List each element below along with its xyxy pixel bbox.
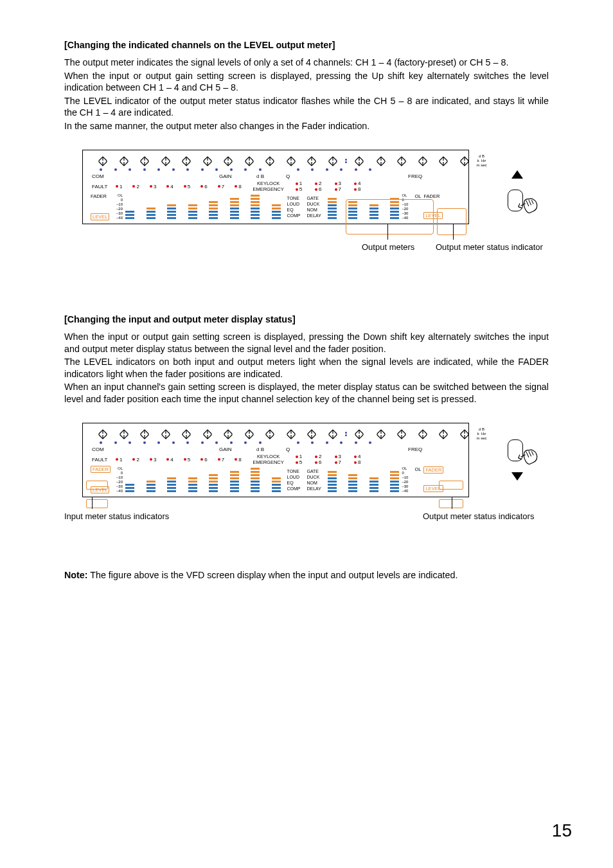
encoder-icon <box>98 156 107 166</box>
callout-output-indicators: Output meter status indicators <box>423 511 534 521</box>
page-number: 15 <box>552 820 572 841</box>
paragraph: When the input or output gain setting sc… <box>64 70 549 94</box>
encoder-icon <box>245 156 254 166</box>
svg-line-73 <box>529 200 531 205</box>
meter <box>251 193 260 219</box>
encoder-icon <box>224 429 233 439</box>
figure1-callouts: Output meters Output meter status indica… <box>82 224 549 260</box>
encoder-icon <box>287 429 296 439</box>
encoder-icon <box>265 156 274 166</box>
meter-band: FADERLEVELOL0–10–20–30–40TONEGATELOUDDUC… <box>87 193 465 220</box>
paragraph: In the same manner, the output meter als… <box>64 120 549 132</box>
encoder-icon <box>161 156 170 166</box>
encoder-icon <box>377 156 386 166</box>
meter <box>230 193 239 219</box>
triangle-up-icon <box>511 170 523 179</box>
callout-output-indicator: Output meter status indicator <box>436 242 543 252</box>
encoder-icon <box>182 429 191 439</box>
encoder-icon <box>377 429 386 439</box>
encoder-icon <box>98 429 107 439</box>
encoder-icon <box>439 156 448 166</box>
encoder-icon <box>120 156 129 166</box>
encoder-icon <box>460 156 469 166</box>
meter-band: FADERLEVELOL0–10–20–30–40TONEGATELOUDDUC… <box>87 466 465 493</box>
encoder-icon <box>328 429 337 439</box>
meter <box>230 466 239 492</box>
encoder-icon <box>182 156 191 166</box>
svg-line-147 <box>526 452 529 457</box>
figure-level-ch: d Bk Hzm secCOMGAINd BQFREQFAULT12345678… <box>82 150 549 224</box>
encoder-icon <box>439 429 448 439</box>
meter <box>251 466 260 492</box>
svg-line-72 <box>526 200 529 206</box>
encoder-icon <box>203 156 212 166</box>
meter <box>369 466 378 492</box>
triangle-down-icon <box>511 472 523 481</box>
paragraph: The LEVEL indicators on both input and o… <box>64 356 549 380</box>
meter <box>328 466 337 492</box>
callout-output-meters: Output meters <box>362 242 414 252</box>
meter <box>188 193 197 219</box>
encoder-icon <box>140 156 149 166</box>
unit-stack: d Bk Hzm sec <box>477 427 487 441</box>
svg-line-74 <box>531 200 533 204</box>
paragraph: When the input or output gain setting sc… <box>64 331 549 355</box>
encoder-icon <box>418 429 427 439</box>
encoder-icon <box>397 429 406 439</box>
meter <box>369 193 378 219</box>
header-labels: COMGAINd BQFREQ <box>87 447 465 454</box>
figure-meter-status: d Bk Hzm secCOMGAINd BQFREQFAULT12345678… <box>82 423 549 497</box>
fault-row: FAULT12345678KEYLOCKEMERGENCY12345678 <box>92 454 465 465</box>
encoder-row: d Bk Hzm sec <box>98 427 465 441</box>
section-title-meter-status: [Changing the input and output meter dis… <box>64 314 549 324</box>
up-shift-key[interactable] <box>493 157 542 215</box>
meter <box>188 466 197 492</box>
figure2-callouts: Input meter status indicators Output met… <box>82 497 549 533</box>
meter <box>272 466 281 492</box>
meter <box>348 193 357 219</box>
callout-input-indicators: Input meter status indicators <box>64 511 169 521</box>
encoder-icon <box>140 429 149 439</box>
encoder-icon <box>418 156 427 166</box>
encoder-icon <box>328 156 337 166</box>
svg-line-149 <box>531 451 533 455</box>
meter <box>272 193 281 219</box>
encoder-icon <box>203 429 212 439</box>
meter <box>328 193 337 219</box>
encoder-row: d Bk Hzm sec <box>98 154 465 168</box>
meter <box>125 466 134 492</box>
vfd-panel: d Bk Hzm secCOMGAINd BQFREQFAULT12345678… <box>82 150 469 224</box>
meter <box>348 466 357 492</box>
encoder-icon <box>307 429 316 439</box>
fault-row: FAULT12345678KEYLOCKEMERGENCY12345678 <box>92 181 465 192</box>
meter <box>209 466 218 492</box>
meter <box>390 466 399 492</box>
encoder-icon <box>161 429 170 439</box>
unit-stack: d Bk Hzm sec <box>477 154 487 168</box>
encoder-icon <box>245 429 254 439</box>
paragraph: When an input channel's gain setting scr… <box>64 381 549 405</box>
encoder-icon <box>460 429 469 439</box>
encoder-icon <box>224 156 233 166</box>
encoder-icon <box>265 429 274 439</box>
section-title-level-ch: [Changing the indicated channels on the … <box>64 40 549 50</box>
encoder-icon <box>287 156 296 166</box>
meter <box>209 193 218 219</box>
down-shift-key[interactable] <box>493 430 542 488</box>
paragraph: The LEVEL indicator of the output meter … <box>64 95 549 119</box>
note: Note: The figure above is the VFD screen… <box>64 570 549 580</box>
paragraph: The output meter indicates the signal le… <box>64 57 549 69</box>
svg-line-148 <box>529 451 531 456</box>
meter <box>147 193 155 219</box>
encoder-icon <box>397 156 406 166</box>
meter <box>125 193 134 219</box>
vfd-panel: d Bk Hzm secCOMGAINd BQFREQFAULT12345678… <box>82 423 469 497</box>
encoder-icon <box>120 429 129 439</box>
encoder-icon <box>355 156 364 166</box>
header-labels: COMGAINd BQFREQ <box>87 173 465 181</box>
meter <box>167 193 176 219</box>
meter <box>147 466 155 492</box>
meter <box>167 466 176 492</box>
encoder-icon <box>355 429 364 439</box>
meter <box>390 193 399 219</box>
